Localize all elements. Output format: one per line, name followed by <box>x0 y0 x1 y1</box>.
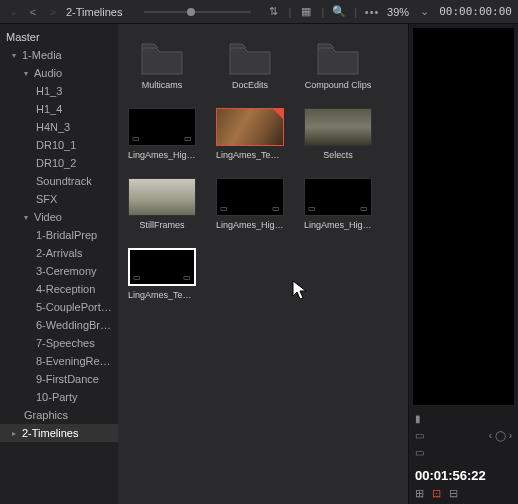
clip-label: LingAmes_Highlig... <box>304 220 372 230</box>
bin-compound[interactable]: Compound Clips <box>304 42 372 90</box>
folder-icon <box>140 42 184 76</box>
tree-video-item[interactable]: 5-CouplePortraits <box>0 298 118 316</box>
clip-stillframes[interactable]: StillFrames <box>128 178 196 230</box>
bin-label: Compound Clips <box>304 80 372 90</box>
viewer-timecode[interactable]: 00:01:56:22 <box>415 464 512 487</box>
clip-label: Selects <box>304 150 372 160</box>
timeline-thumb: ▭▭ <box>128 108 196 146</box>
sort-icon[interactable]: ⇅ <box>265 5 283 18</box>
tree-audio-item[interactable]: SFX <box>0 190 118 208</box>
tree-media[interactable]: ▾1-Media <box>0 46 118 64</box>
zoom-percent[interactable]: 39% <box>387 6 409 18</box>
tree-video-item[interactable]: 2-Arrivals <box>0 244 118 262</box>
tree-video-item[interactable]: 8-EveningReception <box>0 352 118 370</box>
clip-label: LingAmes_Teaser... <box>216 150 284 160</box>
timeline-icon: ▭ <box>132 134 140 143</box>
tree-audio-item[interactable]: H1_4 <box>0 100 118 118</box>
folder-icon <box>316 42 360 76</box>
clip-highlights-3[interactable]: ▭▭ LingAmes_Highlig... <box>304 178 372 230</box>
tree-graphics[interactable]: Graphics <box>0 406 118 424</box>
viewer-panel: ▮ ▭ ‹ ◯ › ▭ 00:01:56:22 ⊞ ⊡ ⊟ <box>408 24 518 504</box>
clip-highlights-1[interactable]: ▭▭ LingAmes_Highlig... <box>128 108 196 160</box>
tree-audio-item[interactable]: Soundtrack <box>0 172 118 190</box>
clip-teaser-1[interactable]: LingAmes_Teaser... <box>216 108 284 160</box>
tree-audio-item[interactable]: H1_3 <box>0 82 118 100</box>
media-grid: Multicams DocEdits Compound Clips ▭▭ <box>118 24 408 504</box>
loop-icon[interactable]: ◯ <box>495 430 506 441</box>
bin-tree: Master ▾1-Media ▾Audio H1_3 H1_4 H4N_3 D… <box>0 24 118 504</box>
timeline-icon: ▭ <box>308 204 316 213</box>
chevron-left-icon[interactable]: ‹ <box>489 430 492 441</box>
tree-master[interactable]: Master <box>0 28 118 46</box>
tree-video-item[interactable]: 6-WeddingBreakfast <box>0 316 118 334</box>
tree-video-item[interactable]: 7-Speeches <box>0 334 118 352</box>
search-icon[interactable]: 🔍 <box>330 5 348 18</box>
bin-label: DocEdits <box>216 80 284 90</box>
expand-icon[interactable]: ⌄ <box>6 5 20 18</box>
options-icon[interactable]: ••• <box>363 6 381 18</box>
timeline-icon: ▭ <box>184 134 192 143</box>
timeline-icon: ▭ <box>220 204 228 213</box>
clip-label: LingAmes_Highlig... <box>128 150 196 160</box>
timeline-icon: ▭ <box>272 204 280 213</box>
timeline-thumb: ▭▭ <box>216 178 284 216</box>
bin-label: Multicams <box>128 80 196 90</box>
bin-docedits[interactable]: DocEdits <box>216 42 284 90</box>
marker-icon <box>273 109 283 119</box>
zoom-dropdown-icon[interactable]: ⌄ <box>415 5 433 18</box>
clip-highlights-2[interactable]: ▭▭ LingAmes_Highlig... <box>216 178 284 230</box>
thumbnail-size-slider[interactable] <box>144 11 250 13</box>
nav-back[interactable]: < <box>26 6 40 18</box>
tree-audio[interactable]: ▾Audio <box>0 64 118 82</box>
clip-selects[interactable]: Selects <box>304 108 372 160</box>
tree-video-item[interactable]: 10-Party <box>0 388 118 406</box>
replace-icon[interactable]: ⊟ <box>449 487 458 500</box>
match-frame-icon[interactable]: ▭ <box>415 447 424 458</box>
timeline-thumb: ▭▭ <box>128 248 196 286</box>
insert-icon[interactable]: ⊞ <box>415 487 424 500</box>
timeline-icon: ▭ <box>133 273 141 282</box>
timeline-thumb <box>128 178 196 216</box>
folder-icon <box>228 42 272 76</box>
tree-video-item[interactable]: 1-BridalPrep <box>0 226 118 244</box>
playhead-marker-icon: ▮ <box>415 413 421 424</box>
overwrite-icon[interactable]: ⊡ <box>432 487 441 500</box>
tree-audio-item[interactable]: DR10_1 <box>0 136 118 154</box>
nav-forward[interactable]: > <box>46 6 60 18</box>
timeline-thumb <box>304 108 372 146</box>
viewer[interactable] <box>413 28 514 405</box>
grid-view-icon[interactable]: ▦ <box>297 5 315 18</box>
tree-video-item[interactable]: 9-FirstDance <box>0 370 118 388</box>
chevron-right-icon[interactable]: › <box>509 430 512 441</box>
viewer-timecode-top[interactable]: 00:00:00:00 <box>439 5 512 18</box>
bin-multicams[interactable]: Multicams <box>128 42 196 90</box>
tree-audio-item[interactable]: DR10_2 <box>0 154 118 172</box>
timeline-icon: ▭ <box>360 204 368 213</box>
timeline-icon: ▭ <box>183 273 191 282</box>
clip-label: LingAmes_Highlig... <box>216 220 284 230</box>
tree-video-item[interactable]: 3-Ceremony <box>0 262 118 280</box>
timeline-thumb <box>216 108 284 146</box>
tree-timelines[interactable]: ▸2-Timelines <box>0 424 118 442</box>
viewer-mode-icon[interactable]: ▭ <box>415 430 424 441</box>
tree-audio-item[interactable]: H4N_3 <box>0 118 118 136</box>
clip-label: StillFrames <box>128 220 196 230</box>
tree-video[interactable]: ▾Video <box>0 208 118 226</box>
tree-video-item[interactable]: 4-Reception <box>0 280 118 298</box>
timeline-thumb: ▭▭ <box>304 178 372 216</box>
clip-teaser-2[interactable]: ▭▭ LingAmes_Teaser... <box>128 248 196 300</box>
clip-label: LingAmes_Teaser... <box>128 290 196 300</box>
breadcrumb[interactable]: 2-Timelines <box>66 6 122 18</box>
